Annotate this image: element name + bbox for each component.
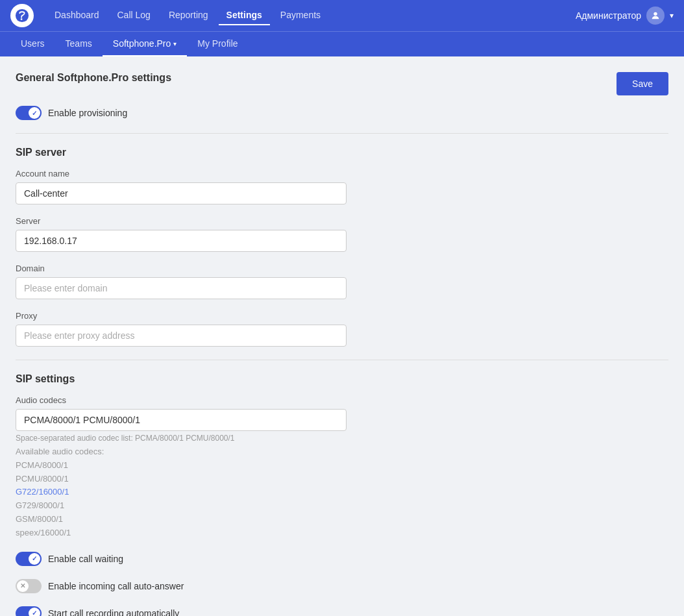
svg-point-2 xyxy=(653,12,657,16)
sip-settings-title: SIP settings xyxy=(16,373,668,385)
main-content: General Softphone.Pro settings Save ✓ En… xyxy=(0,56,684,616)
subnav-softphone[interactable]: Softphone.Pro ▾ xyxy=(103,32,188,56)
user-avatar xyxy=(646,6,665,25)
call-waiting-toggle[interactable]: ✓ xyxy=(16,552,42,566)
save-button[interactable]: Save xyxy=(617,72,668,95)
toggle-slider: ✓ xyxy=(16,106,42,120)
account-name-label: Account name xyxy=(16,169,668,179)
domain-input[interactable] xyxy=(16,277,347,299)
subnav-teams[interactable]: Teams xyxy=(55,32,103,56)
start-recording-label: Start call recording automatically xyxy=(48,608,179,616)
nav-links: Dashboard Call Log Reporting Settings Pa… xyxy=(47,6,576,25)
audio-codecs-hint: Space-separated audio codec list: PCMA/8… xyxy=(16,434,668,443)
server-input[interactable] xyxy=(16,230,347,252)
auto-answer-row: ✕ Enable incoming call auto-answer xyxy=(16,579,668,593)
call-waiting-label: Enable call waiting xyxy=(48,554,123,564)
divider-2 xyxy=(16,360,668,360)
server-label: Server xyxy=(16,216,668,226)
nav-payments[interactable]: Payments xyxy=(273,6,328,25)
codec-1: PCMA/8000/1 xyxy=(16,460,68,470)
codec-4: G729/8000/1 xyxy=(16,500,64,510)
toggle-knob: ✓ xyxy=(29,107,40,119)
auto-answer-label: Enable incoming call auto-answer xyxy=(48,581,184,591)
available-codecs: Available audio codecs: PCMA/8000/1 PCMU… xyxy=(16,445,668,540)
codec-6: speex/16000/1 xyxy=(16,528,71,537)
codec-3: G722/16000/1 xyxy=(16,487,69,497)
start-recording-toggle[interactable]: ✓ xyxy=(16,606,42,616)
start-recording-row: ✓ Start call recording automatically xyxy=(16,606,668,616)
enable-provisioning-label: Enable provisioning xyxy=(48,108,127,118)
top-nav: Dashboard Call Log Reporting Settings Pa… xyxy=(0,0,684,31)
proxy-input[interactable] xyxy=(16,325,347,347)
account-name-input[interactable] xyxy=(16,182,347,204)
nav-reporting[interactable]: Reporting xyxy=(161,6,216,25)
proxy-label: Proxy xyxy=(16,311,668,321)
proxy-group: Proxy xyxy=(16,311,668,347)
nav-dashboard[interactable]: Dashboard xyxy=(47,6,107,25)
user-name: Администратор xyxy=(576,10,641,21)
auto-answer-toggle[interactable]: ✕ xyxy=(16,579,42,593)
domain-label: Domain xyxy=(16,264,668,273)
page-title: General Softphone.Pro settings xyxy=(16,72,171,84)
subnav-myprofile[interactable]: My Profile xyxy=(187,32,248,56)
user-chevron: ▾ xyxy=(670,11,674,20)
subnav-users[interactable]: Users xyxy=(10,32,55,56)
section-header-row: General Softphone.Pro settings Save xyxy=(16,72,668,95)
auto-answer-knob: ✕ xyxy=(17,580,29,592)
call-waiting-slider: ✓ xyxy=(16,552,42,566)
codec-2: PCMU/8000/1 xyxy=(16,474,69,484)
auto-answer-slider: ✕ xyxy=(16,579,42,593)
start-recording-slider: ✓ xyxy=(16,606,42,616)
sub-nav: Users Teams Softphone.Pro ▾ My Profile xyxy=(0,31,684,56)
call-waiting-row: ✓ Enable call waiting xyxy=(16,552,668,566)
audio-codecs-group: Audio codecs Space-separated audio codec… xyxy=(16,395,668,540)
audio-codecs-input[interactable] xyxy=(16,409,347,431)
call-waiting-knob: ✓ xyxy=(29,553,40,565)
user-area[interactable]: Администратор ▾ xyxy=(576,6,674,25)
nav-calllog[interactable]: Call Log xyxy=(110,6,158,25)
logo-icon xyxy=(10,4,34,27)
audio-codecs-label: Audio codecs xyxy=(16,395,668,405)
divider-1 xyxy=(16,133,668,134)
enable-provisioning-toggle[interactable]: ✓ xyxy=(16,106,42,120)
svg-point-1 xyxy=(21,18,23,20)
account-name-group: Account name xyxy=(16,169,668,204)
domain-group: Domain xyxy=(16,264,668,299)
softphone-chevron-icon: ▾ xyxy=(173,40,177,47)
server-group: Server xyxy=(16,216,668,252)
nav-settings[interactable]: Settings xyxy=(219,6,270,25)
enable-provisioning-row: ✓ Enable provisioning xyxy=(16,106,668,120)
codec-5: GSM/8000/1 xyxy=(16,514,63,524)
start-recording-knob: ✓ xyxy=(29,608,40,616)
sip-server-title: SIP server xyxy=(16,147,668,158)
